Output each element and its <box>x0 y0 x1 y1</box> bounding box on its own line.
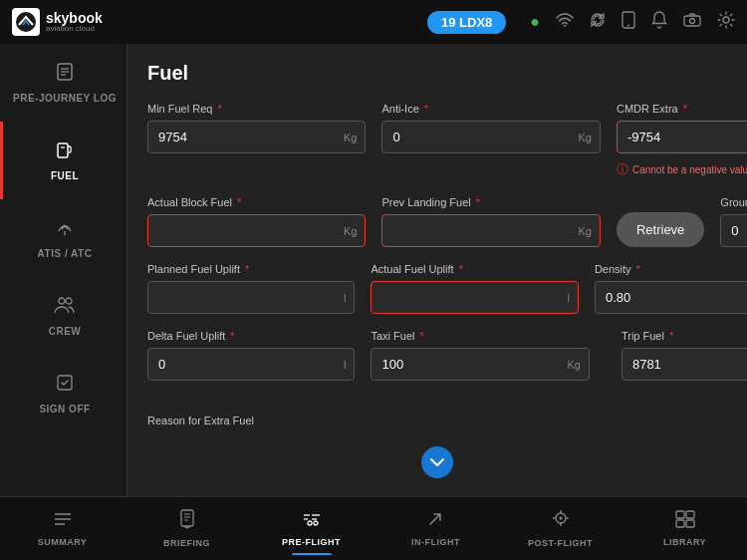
actual-fuel-uplift-input[interactable] <box>372 282 559 313</box>
min-fuel-req-unit: Kg <box>336 132 365 143</box>
ground-maint-usage-input-wrapper: Kg <box>720 214 747 247</box>
expand-row <box>147 446 727 478</box>
anti-ice-unit: Kg <box>570 132 599 143</box>
taxi-fuel-group: Taxi Fuel * Kg <box>371 330 589 381</box>
actual-block-fuel-label: Actual Block Fuel * <box>147 196 366 208</box>
svg-rect-35 <box>676 520 684 527</box>
actual-block-fuel-group: Actual Block Fuel * Kg <box>147 196 366 247</box>
actual-block-fuel-input[interactable] <box>148 215 336 246</box>
ground-maint-usage-input[interactable] <box>721 215 747 246</box>
cmdr-extra-input[interactable] <box>618 122 747 152</box>
planned-fuel-uplift-input[interactable] <box>148 282 336 313</box>
row-1: Min Fuel Req * Kg Anti-Ice * Kg <box>147 103 727 178</box>
bell-icon[interactable] <box>651 11 667 33</box>
post-flight-label: POST-FLIGHT <box>528 538 593 548</box>
sync-icon <box>590 12 606 32</box>
anti-ice-group: Anti-Ice * Kg <box>381 103 600 153</box>
min-fuel-req-input-wrapper: Kg <box>147 121 366 153</box>
main-layout: PRE-JOURNEY LOG FUEL ATIS / ATC CREW SIG… <box>0 44 747 560</box>
error-text: Cannot be a negative value <box>632 164 747 175</box>
delta-fuel-uplift-input[interactable] <box>148 349 336 380</box>
summary-label: SUMMARY <box>38 537 88 547</box>
topbar: skybook aviation cloud 19 LDX8 ● <box>0 0 747 44</box>
prev-landing-fuel-group: Prev Landing Fuel * Kg <box>381 196 600 247</box>
retrieve-button[interactable]: Retrieve <box>617 212 704 247</box>
taxi-fuel-label: Taxi Fuel * <box>371 330 589 342</box>
nav-summary[interactable]: SUMMARY <box>0 502 124 555</box>
min-fuel-req-input[interactable] <box>148 122 336 152</box>
svg-rect-33 <box>676 511 684 518</box>
anti-ice-label: Anti-Ice * <box>381 103 600 115</box>
delta-fuel-uplift-input-wrapper: l <box>147 348 355 381</box>
sidebar-item-fuel[interactable]: FUEL <box>0 122 126 199</box>
planned-fuel-uplift-label: Planned Fuel Uplift * <box>147 263 355 275</box>
nav-library[interactable]: LIBRARY <box>622 502 747 555</box>
settings-icon[interactable] <box>717 11 735 33</box>
svg-point-3 <box>627 25 629 27</box>
sidebar-item-crew[interactable]: CREW <box>0 277 126 355</box>
actual-fuel-uplift-group: Actual Fuel Uplift * l <box>371 263 578 314</box>
signal-icon: ● <box>530 13 540 31</box>
reason-extra-fuel-label: Reason for Extra Fuel <box>147 415 727 426</box>
trip-fuel-input[interactable] <box>622 349 747 380</box>
cmdr-extra-input-wrapper: Kg <box>617 121 747 153</box>
svg-rect-34 <box>686 511 694 518</box>
logo-text: skybook <box>46 11 103 25</box>
cmdr-extra-label: CMDR Extra * <box>617 103 747 115</box>
planned-fuel-uplift-group: Planned Fuel Uplift * l <box>147 263 355 314</box>
sign-off-icon <box>55 373 75 398</box>
expand-button[interactable] <box>421 446 453 478</box>
actual-fuel-uplift-label: Actual Fuel Uplift * <box>371 263 578 275</box>
nav-pre-flight[interactable]: PRE-FLIGHT <box>249 502 374 555</box>
svg-rect-4 <box>684 16 700 26</box>
tablet-icon <box>622 11 635 33</box>
svg-point-26 <box>314 521 318 525</box>
planned-fuel-uplift-unit: l <box>336 292 354 304</box>
sidebar-item-pre-journey-log-label: PRE-JOURNEY LOG <box>13 93 117 104</box>
ground-maint-usage-group: Ground Maint Usage * Kg <box>720 196 747 247</box>
page-title: Fuel <box>147 62 727 85</box>
nav-in-flight[interactable]: IN-FLIGHT <box>374 502 498 555</box>
sidebar-item-pre-journey-log[interactable]: PRE-JOURNEY LOG <box>0 44 126 122</box>
svg-point-5 <box>690 19 695 24</box>
briefing-icon <box>179 509 195 534</box>
ground-maint-usage-label: Ground Maint Usage * <box>720 196 747 208</box>
sidebar-item-atis-atc[interactable]: ATIS / ATC <box>0 199 126 277</box>
anti-ice-input[interactable] <box>382 122 570 152</box>
density-input-wrapper <box>595 281 747 314</box>
row-3: Planned Fuel Uplift * l Actual Fuel Upli… <box>147 263 727 314</box>
reason-extra-fuel-section: Reason for Extra Fuel <box>147 415 727 432</box>
density-label: Density * <box>595 263 747 275</box>
logo-sub: aviation cloud <box>46 25 103 33</box>
density-group: Density * <box>595 263 747 314</box>
error-icon: ⓘ <box>617 161 628 178</box>
camera-icon[interactable] <box>683 13 701 31</box>
library-icon <box>675 510 695 533</box>
cmdr-extra-group: CMDR Extra * Kg ⓘ Cannot be a negative v… <box>617 103 747 178</box>
prev-landing-fuel-input-wrapper: Kg <box>381 214 600 247</box>
density-input[interactable] <box>596 282 747 313</box>
taxi-fuel-input-wrapper: Kg <box>371 348 589 381</box>
svg-point-15 <box>66 298 72 304</box>
taxi-fuel-input[interactable] <box>372 349 559 380</box>
actual-block-fuel-unit: Kg <box>336 225 365 237</box>
topbar-icons: ● <box>530 11 735 33</box>
sidebar-item-sign-off[interactable]: SIGN OFF <box>0 355 126 432</box>
taxi-fuel-unit: Kg <box>559 359 588 371</box>
library-label: LIBRARY <box>663 537 706 547</box>
summary-icon <box>53 510 73 533</box>
nav-briefing[interactable]: BRIEFING <box>124 501 249 556</box>
min-fuel-req-label: Min Fuel Req * <box>147 103 366 115</box>
nav-post-flight[interactable]: POST-FLIGHT <box>498 501 622 556</box>
flight-badge[interactable]: 19 LDX8 <box>427 11 506 34</box>
wifi-icon <box>556 13 574 31</box>
actual-fuel-uplift-input-wrapper: l <box>371 281 578 314</box>
trip-fuel-label: Trip Fuel * <box>622 330 747 342</box>
sidebar-item-sign-off-label: SIGN OFF <box>39 404 90 415</box>
post-flight-icon <box>552 509 570 534</box>
row-2: Actual Block Fuel * Kg Prev Landing Fuel… <box>147 194 727 247</box>
trip-fuel-input-wrapper: Kg <box>622 348 747 381</box>
bottom-nav: SUMMARY BRIEFING PRE-FLIGHT IN-FLIGHT PO… <box>0 496 747 560</box>
delta-fuel-uplift-unit: l <box>336 359 354 371</box>
prev-landing-fuel-input[interactable] <box>382 215 570 246</box>
